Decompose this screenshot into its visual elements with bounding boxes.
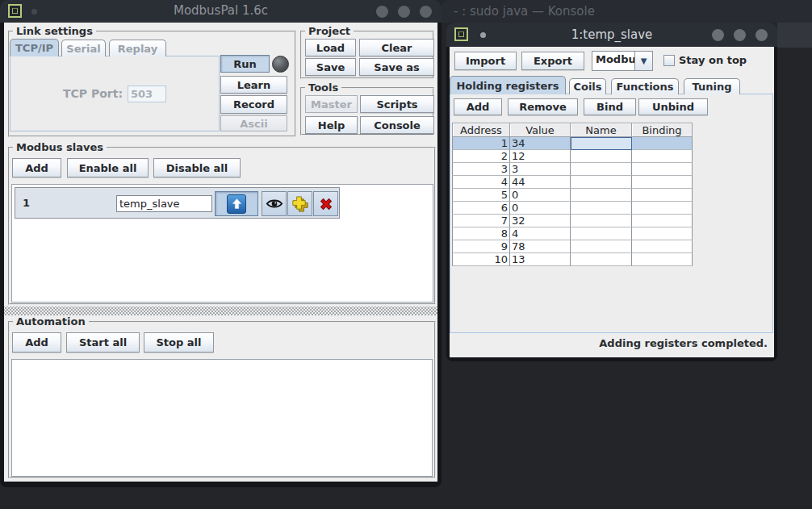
cell-name[interactable] [571, 227, 632, 240]
cell-name[interactable] [571, 163, 632, 176]
table-row[interactable]: 84 [452, 227, 693, 240]
cell-addr[interactable]: 6 [452, 202, 510, 215]
slave-titlebar[interactable]: 1:temp_slave [446, 23, 777, 47]
cell-val[interactable]: 13 [510, 253, 571, 266]
run-button[interactable]: Run [220, 55, 270, 73]
cell-addr[interactable]: 2 [452, 150, 510, 163]
unbind-button[interactable]: Unbind [638, 98, 708, 115]
cell-name[interactable] [571, 137, 632, 150]
table-row[interactable]: 732 [452, 215, 693, 227]
col-header-value[interactable]: Value [509, 123, 571, 137]
cell-bind[interactable] [632, 189, 693, 202]
remove-register-button[interactable]: Remove [508, 98, 578, 115]
modbuspal-titlebar[interactable]: ModbusPal 1.6c [0, 0, 442, 23]
load-button[interactable]: Load [305, 39, 356, 56]
table-row[interactable]: 212 [452, 150, 693, 163]
cell-bind[interactable] [632, 215, 693, 227]
disable-all-button[interactable]: Disable all [153, 158, 241, 177]
tab-holding-registers[interactable]: Holding registers [450, 76, 566, 94]
splitpane-divider[interactable] [4, 307, 437, 315]
add-slave-button[interactable]: Add [12, 158, 61, 177]
cell-name[interactable] [571, 215, 632, 227]
minimize-button[interactable] [712, 29, 724, 41]
import-button[interactable]: Import [454, 52, 517, 70]
cell-bind[interactable] [632, 240, 693, 253]
tab-replay[interactable]: Replay [109, 40, 166, 56]
cell-addr[interactable]: 7 [452, 215, 510, 227]
close-button[interactable] [420, 6, 432, 18]
record-button[interactable]: Record [220, 95, 287, 114]
bind-button[interactable]: Bind [584, 98, 636, 115]
add-register-button[interactable]: Add [454, 98, 502, 115]
table-row[interactable]: 134 [452, 137, 693, 150]
cell-bind[interactable] [632, 163, 693, 176]
slave-view-button[interactable] [262, 191, 287, 216]
table-row[interactable]: 978 [452, 240, 693, 253]
tab-functions[interactable]: Functions [611, 78, 679, 94]
col-header-name[interactable]: Name [570, 123, 632, 137]
konsole-titlebar[interactable]: - : sudo java — Konsole [442, 0, 812, 23]
cell-addr[interactable]: 4 [452, 176, 510, 189]
export-button[interactable]: Export [521, 52, 584, 70]
cell-val[interactable]: 32 [510, 215, 571, 227]
help-button[interactable]: Help [305, 116, 358, 134]
minimize-button[interactable] [376, 6, 388, 18]
maximize-button[interactable] [734, 29, 746, 41]
clear-button[interactable]: Clear [359, 39, 434, 56]
table-row[interactable]: 60 [452, 202, 693, 215]
table-row[interactable]: 1013 [452, 253, 693, 266]
table-row[interactable]: 444 [452, 176, 693, 189]
scripts-button[interactable]: Scripts [360, 95, 434, 113]
slave-enabled-toggle[interactable] [215, 191, 258, 216]
cell-bind[interactable] [632, 137, 693, 150]
slave-automation-button[interactable] [287, 191, 312, 216]
cell-name[interactable] [571, 253, 632, 266]
slave-name-input[interactable] [116, 195, 212, 212]
learn-button[interactable]: Learn [220, 76, 287, 94]
table-row[interactable]: 50 [452, 189, 693, 202]
start-all-button[interactable]: Start all [66, 332, 140, 353]
tab-tuning[interactable]: Tuning [684, 78, 740, 94]
tab-serial[interactable]: Serial [61, 40, 106, 56]
cell-val[interactable]: 12 [510, 150, 571, 163]
cell-bind[interactable] [632, 227, 693, 240]
cell-bind[interactable] [632, 150, 693, 163]
tab-tcpip[interactable]: TCP/IP [10, 39, 59, 56]
save-button[interactable]: Save [305, 58, 356, 76]
stop-all-button[interactable]: Stop all [144, 332, 214, 353]
cell-addr[interactable]: 10 [452, 253, 510, 266]
enable-all-button[interactable]: Enable all [67, 158, 149, 177]
cell-val[interactable]: 3 [510, 163, 571, 176]
cell-val[interactable]: 0 [510, 202, 571, 215]
cell-name[interactable] [571, 176, 632, 189]
cell-name[interactable] [571, 150, 632, 163]
cell-bind[interactable] [632, 202, 693, 215]
slave-delete-button[interactable] [313, 191, 338, 216]
cell-addr[interactable]: 8 [452, 227, 510, 240]
tcp-port-input[interactable] [128, 86, 166, 102]
cell-name[interactable] [571, 189, 632, 202]
maximize-button[interactable] [398, 6, 410, 18]
cell-bind[interactable] [632, 253, 693, 266]
cell-name[interactable] [571, 240, 632, 253]
close-button[interactable] [755, 29, 768, 41]
cell-val[interactable]: 0 [510, 189, 571, 202]
col-header-binding[interactable]: Binding [631, 123, 693, 137]
ascii-button[interactable]: Ascii [220, 115, 287, 131]
cell-val[interactable]: 44 [510, 176, 571, 189]
console-button[interactable]: Console [360, 116, 434, 134]
cell-addr[interactable]: 3 [452, 163, 510, 176]
cell-val[interactable]: 34 [510, 137, 571, 150]
cell-addr[interactable]: 9 [452, 240, 510, 253]
cell-name[interactable] [571, 202, 632, 215]
cell-addr[interactable]: 5 [452, 189, 510, 202]
col-header-address[interactable]: Address [452, 123, 510, 137]
stay-on-top-checkbox[interactable] [663, 55, 675, 66]
master-button[interactable]: Master [305, 95, 358, 113]
cell-bind[interactable] [632, 176, 693, 189]
cell-val[interactable]: 4 [510, 227, 571, 240]
cell-val[interactable]: 78 [510, 240, 571, 253]
add-automation-button[interactable]: Add [12, 332, 61, 353]
table-row[interactable]: 33 [452, 163, 693, 176]
protocol-select[interactable]: Modbus ▼ [592, 51, 653, 71]
